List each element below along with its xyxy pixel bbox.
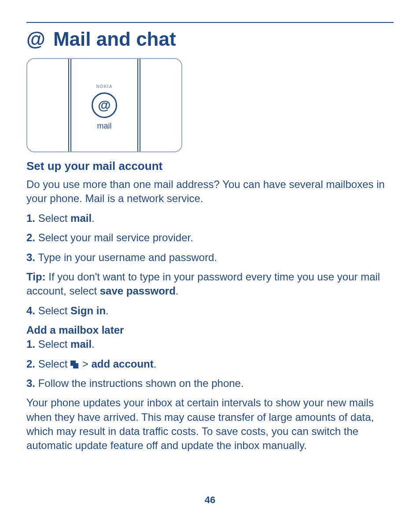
step-bold: mail bbox=[70, 338, 92, 350]
mail-app-icon: @ bbox=[92, 92, 117, 118]
step-4: 4. Select Sign in. bbox=[26, 304, 394, 318]
tip-text: . bbox=[176, 285, 179, 297]
at-icon: @ bbox=[26, 28, 45, 50]
step-text: Type in your username and password. bbox=[35, 251, 217, 263]
step-text: Select bbox=[35, 305, 70, 317]
step-text: . bbox=[154, 358, 157, 370]
section-heading-setup: Set up your mail account bbox=[26, 159, 394, 173]
step-text: Follow the instructions shown on the pho… bbox=[35, 377, 244, 389]
shot-right bbox=[140, 59, 181, 151]
step-bold: Sign in bbox=[70, 305, 106, 317]
step-bold: add account bbox=[91, 358, 153, 370]
chapter-title: Mail and chat bbox=[53, 28, 176, 50]
step-num: 3. bbox=[26, 377, 35, 389]
options-icon bbox=[70, 358, 79, 366]
svg-rect-3 bbox=[74, 364, 78, 368]
later-step-3: 3. Follow the instructions shown on the … bbox=[26, 376, 394, 390]
chapter-heading: @ Mail and chat bbox=[26, 28, 394, 50]
tip-text: If you don't want to type in your passwo… bbox=[26, 271, 380, 297]
step-bold: mail bbox=[70, 212, 92, 224]
top-rule bbox=[26, 22, 394, 23]
step-3: 3. Type in your username and password. bbox=[26, 250, 394, 265]
step-num: 2. bbox=[26, 358, 35, 370]
section-heading-add-later: Add a mailbox later bbox=[26, 324, 394, 336]
outro-text: Your phone updates your inbox at certain… bbox=[26, 396, 394, 453]
step-1: 1. Select mail. bbox=[26, 211, 394, 225]
tip-label: Tip: bbox=[26, 271, 46, 283]
page-number: 46 bbox=[0, 494, 420, 506]
step-2: 2. Select your mail service provider. bbox=[26, 231, 394, 245]
step-text: Select your mail service provider. bbox=[35, 232, 193, 243]
shot-line-left bbox=[68, 59, 69, 151]
later-step-2: 2. Select > add account. bbox=[26, 357, 394, 371]
step-num: 1. bbox=[26, 338, 35, 350]
step-text: Select bbox=[35, 358, 70, 370]
step-num: 2. bbox=[26, 232, 35, 243]
later-step-1: 1. Select mail. bbox=[26, 337, 394, 351]
step-text: > bbox=[79, 358, 91, 370]
shot-left bbox=[27, 59, 69, 151]
shot-center: NOKIA @ mail bbox=[70, 59, 138, 151]
mail-app-label: mail bbox=[97, 121, 111, 131]
tip: Tip: If you don't want to type in your p… bbox=[26, 270, 394, 298]
shot-line-right bbox=[140, 59, 140, 151]
step-num: 3. bbox=[26, 251, 35, 263]
step-text: . bbox=[92, 212, 95, 224]
step-text: . bbox=[106, 305, 109, 317]
nokia-brand: NOKIA bbox=[96, 84, 112, 89]
step-num: 4. bbox=[26, 305, 35, 317]
step-num: 1. bbox=[26, 212, 35, 224]
intro-text: Do you use more than one mail address? Y… bbox=[26, 177, 394, 206]
step-text: . bbox=[92, 338, 95, 350]
tip-bold: save password bbox=[100, 285, 176, 297]
phone-screenshot: NOKIA @ mail bbox=[26, 58, 182, 152]
page: @ Mail and chat NOKIA @ mail Set up your… bbox=[0, 0, 420, 519]
step-text: Select bbox=[35, 338, 70, 350]
step-text: Select bbox=[35, 212, 70, 224]
